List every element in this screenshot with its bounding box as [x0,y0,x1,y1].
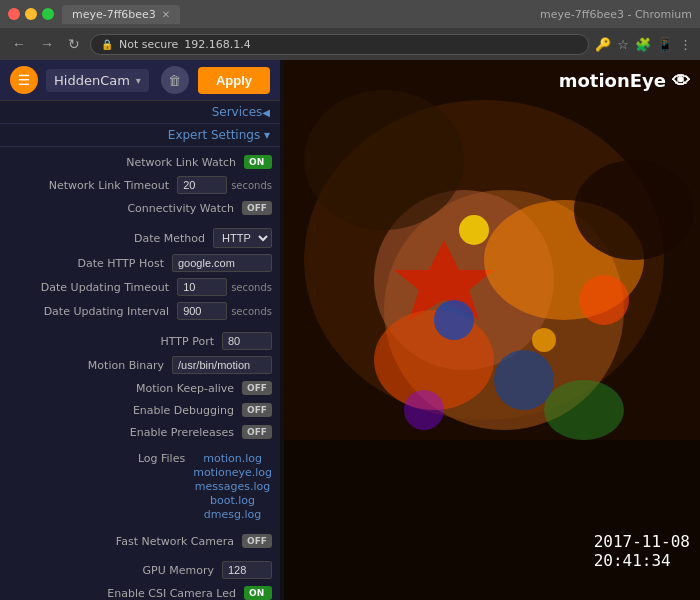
motioneye-label: motionEye [559,70,666,91]
date-updating-timeout-row: Date Updating Timeout seconds [0,275,280,299]
http-port-row: HTTP Port [0,329,280,353]
date-updating-interval-row: Date Updating Interval seconds [0,299,280,323]
network-link-timeout-label: Network Link Timeout [8,179,177,192]
green-arrow-annotation [274,574,280,600]
enable-csi-camera-led-label: Enable CSI Camera Led [8,587,244,600]
date-updating-timeout-unit: seconds [231,282,272,293]
camera-view: motionEye 👁 2017-11-08 20:41:34 [284,60,700,600]
star-icon[interactable]: ☆ [617,37,629,52]
enable-csi-camera-led-toggle[interactable]: ON [244,586,272,600]
motioneye-brand: motionEye 👁 [559,70,690,91]
network-link-watch-row: Network Link Watch ON [0,151,280,173]
back-button[interactable]: ← [8,34,30,54]
maximize-button[interactable] [42,8,54,20]
svg-point-9 [544,380,624,440]
eye-icon: 👁 [672,70,690,91]
settings-content: Network Link Watch ON Network Link Timeo… [0,147,280,600]
forward-button[interactable]: → [36,34,58,54]
cam-name: HiddenCam [54,73,130,88]
gpu-memory-row: GPU Memory [0,558,280,582]
services-arrow-icon: ◀ [262,107,270,118]
enable-prereleases-row: Enable Prereleases OFF [0,421,280,443]
date-updating-timeout-value: seconds [177,278,272,296]
timestamp-overlay: 2017-11-08 20:41:34 [594,532,690,570]
motion-keepalive-toggle[interactable]: OFF [242,381,272,395]
connectivity-watch-label: Connectivity Watch [8,202,242,215]
svg-point-13 [304,90,464,230]
browser-tab[interactable]: meye-7ff6bee3 ✕ [62,5,180,24]
network-link-timeout-value: seconds [177,176,272,194]
network-link-timeout-input[interactable] [177,176,227,194]
http-port-value [222,332,272,350]
address-bar[interactable]: 🔒 Not secure 192.168.1.4 [90,34,589,55]
log-file-messages[interactable]: messages.log [195,480,270,493]
timestamp-date: 2017-11-08 [594,532,690,551]
fast-network-camera-row: Fast Network Camera OFF [0,530,280,552]
enable-prereleases-value: OFF [242,425,272,439]
log-file-dmesg[interactable]: dmesg.log [204,508,261,521]
motion-binary-input[interactable] [172,356,272,374]
expert-settings-link[interactable]: Expert Settings ▾ [168,128,270,142]
close-button[interactable] [8,8,20,20]
date-http-host-value [172,254,272,272]
connectivity-watch-toggle[interactable]: OFF [242,201,272,215]
main-layout: ☰ HiddenCam ▾ 🗑 Apply Services ◀ Expert … [0,60,700,600]
title-bar: meye-7ff6bee3 ✕ meye-7ff6bee3 - Chromium [0,0,700,28]
address-text: 192.168.1.4 [184,38,250,51]
http-port-input[interactable] [222,332,272,350]
svg-point-14 [574,160,694,260]
camera-image [284,60,700,600]
network-link-timeout-row: Network Link Timeout seconds [0,173,280,197]
timestamp-time: 20:41:34 [594,551,690,570]
browser-chrome: meye-7ff6bee3 ✕ meye-7ff6bee3 - Chromium… [0,0,700,60]
enable-debugging-value: OFF [242,403,272,417]
fast-network-camera-value: OFF [242,534,272,548]
services-link[interactable]: Services [212,105,263,119]
enable-csi-camera-led-row: Enable CSI Camera Led ON [0,582,280,600]
date-method-value: HTTP NTP [213,228,272,248]
date-updating-interval-input[interactable] [177,302,227,320]
enable-csi-camera-led-value: ON [244,586,272,600]
date-updating-interval-unit: seconds [231,306,272,317]
reload-button[interactable]: ↻ [64,34,84,54]
network-link-timeout-unit: seconds [231,180,272,191]
log-files-row: Log Files motion.log motioneye.log messa… [0,449,280,524]
date-http-host-label: Date HTTP Host [8,257,172,270]
cam-selector[interactable]: HiddenCam ▾ [46,69,149,92]
enable-prereleases-toggle[interactable]: OFF [242,425,272,439]
date-method-label: Date Method [8,232,213,245]
services-bar: Services ◀ [0,101,280,124]
gpu-memory-input[interactable] [222,561,272,579]
fast-network-camera-toggle[interactable]: OFF [242,534,272,548]
log-file-motioneye[interactable]: motioneye.log [193,466,272,479]
trash-icon[interactable]: 🗑 [161,66,189,94]
enable-debugging-label: Enable Debugging [8,404,242,417]
svg-rect-12 [284,440,700,600]
traffic-lights [8,8,54,20]
date-http-host-input[interactable] [172,254,272,272]
http-port-label: HTTP Port [8,335,222,348]
date-http-host-row: Date HTTP Host [0,251,280,275]
tab-label: meye-7ff6bee3 [72,8,156,21]
apply-button[interactable]: Apply [198,67,270,94]
log-files-label: Log Files [8,452,193,465]
gpu-memory-value [222,561,272,579]
minimize-button[interactable] [25,8,37,20]
date-method-select[interactable]: HTTP NTP [213,228,272,248]
key-icon: 🔑 [595,37,611,52]
enable-debugging-toggle[interactable]: OFF [242,403,272,417]
network-link-watch-label: Network Link Watch [8,156,244,169]
tab-close-icon[interactable]: ✕ [162,9,170,20]
log-file-motion[interactable]: motion.log [203,452,262,465]
log-file-boot[interactable]: boot.log [210,494,255,507]
motion-binary-value [172,356,272,374]
lock-icon: 🔒 [101,39,113,50]
date-updating-timeout-label: Date Updating Timeout [8,281,177,294]
connectivity-watch-value: OFF [242,201,272,215]
protocol-label: Not secure [119,38,178,51]
svg-point-10 [459,215,489,245]
menu-dots-icon[interactable]: ⋮ [679,37,692,52]
date-updating-timeout-input[interactable] [177,278,227,296]
network-link-watch-toggle[interactable]: ON [244,155,272,169]
date-updating-interval-label: Date Updating Interval [8,305,177,318]
